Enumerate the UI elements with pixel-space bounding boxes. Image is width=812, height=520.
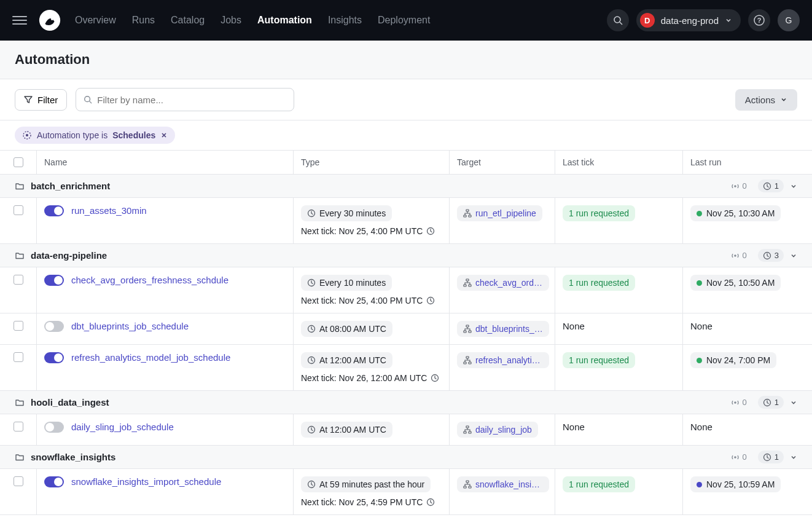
schedule-pill: At 59 minutes past the hour	[301, 476, 431, 492]
target-pill[interactable]: daily_sling_job	[457, 422, 538, 438]
target-pill[interactable]: snowflake_insights	[457, 476, 549, 492]
row-checkbox[interactable]	[14, 321, 23, 331]
actions-button[interactable]: Actions	[735, 89, 797, 111]
automation-name-link[interactable]: snowflake_insights_import_schedule	[71, 476, 221, 487]
svg-rect-25	[466, 325, 469, 327]
search-icon[interactable]	[607, 9, 629, 31]
col-name: Name	[37, 151, 294, 174]
target-link[interactable]: daily_sling_job	[475, 425, 532, 435]
nav-link-runs[interactable]: Runs	[132, 15, 155, 26]
col-last-tick: Last tick	[555, 151, 683, 174]
folder-icon	[15, 398, 25, 408]
group-row[interactable]: data-eng-pipeline 0 3	[0, 244, 812, 267]
avatar[interactable]: G	[778, 9, 800, 31]
chevron-down-icon	[780, 96, 787, 103]
enable-toggle[interactable]	[44, 321, 64, 332]
search-input[interactable]	[97, 95, 286, 105]
svg-point-17	[734, 254, 736, 257]
menu-icon[interactable]	[12, 13, 27, 28]
enable-toggle[interactable]	[44, 205, 64, 216]
group-row[interactable]: snowflake_insights 0 1	[0, 446, 812, 469]
svg-point-39	[734, 456, 736, 459]
col-last-run: Last run	[683, 151, 812, 174]
enable-toggle[interactable]	[44, 352, 64, 363]
target-link[interactable]: snowflake_insights	[475, 479, 543, 489]
target-pill[interactable]: check_avg_orders_	[457, 275, 549, 291]
chevron-down-icon[interactable]	[790, 399, 797, 406]
target-link[interactable]: refresh_analytics_r	[475, 355, 543, 365]
filter-chip-row: Automation type is Schedules	[0, 120, 812, 151]
folder-icon	[15, 452, 25, 462]
last-run-chip[interactable]: Nov 24, 7:00 PM	[690, 352, 776, 368]
automation-name-link[interactable]: daily_sling_job_schedule	[71, 422, 174, 432]
target-link[interactable]: run_etl_pipeline	[475, 208, 536, 218]
target-pill[interactable]: refresh_analytics_r	[457, 352, 549, 368]
target-pill[interactable]: dbt_blueprints_job	[457, 321, 549, 337]
deployment-name: data-eng-prod	[661, 15, 719, 26]
chevron-down-icon	[725, 17, 732, 24]
enable-toggle[interactable]	[44, 476, 64, 487]
svg-rect-21	[466, 279, 469, 281]
nav-link-overview[interactable]: Overview	[75, 15, 116, 26]
schedule-count: 3	[758, 249, 784, 262]
svg-line-3	[620, 22, 622, 25]
target-link[interactable]: dbt_blueprints_job	[475, 324, 543, 334]
row-checkbox[interactable]	[14, 205, 23, 215]
group-row[interactable]: batch_enrichment 0 1	[0, 175, 812, 198]
row-checkbox[interactable]	[14, 275, 23, 285]
last-run-chip[interactable]: Nov 25, 10:30 AM	[690, 205, 781, 221]
status-dot	[697, 280, 702, 286]
filter-button[interactable]: Filter	[15, 89, 67, 111]
help-icon[interactable]: ?	[748, 9, 770, 31]
chevron-down-icon[interactable]	[790, 183, 797, 190]
nav-link-automation[interactable]: Automation	[257, 15, 312, 26]
group-row[interactable]: hooli_data_ingest 0 1	[0, 391, 812, 414]
search-input-wrap[interactable]	[76, 88, 294, 111]
svg-rect-16	[469, 215, 471, 217]
svg-point-9	[26, 134, 28, 136]
target-link[interactable]: check_avg_orders_	[475, 278, 543, 288]
sensor-count: 0	[726, 179, 752, 192]
close-icon[interactable]	[160, 132, 168, 139]
chevron-down-icon[interactable]	[790, 252, 797, 259]
nav-links: OverviewRunsCatalogJobsAutomationInsight…	[75, 15, 430, 26]
table-row: dbt_blueprints_job_schedule At 08:00 AM …	[0, 313, 812, 345]
target-pill[interactable]: run_etl_pipeline	[457, 205, 542, 221]
table-row: snowflake_insights_import_schedule At 59…	[0, 469, 812, 515]
svg-rect-30	[466, 357, 469, 358]
table-row: check_avg_orders_freshness_schdule Every…	[0, 267, 812, 313]
filter-chip[interactable]: Automation type is Schedules	[15, 127, 175, 144]
svg-point-33	[734, 401, 736, 404]
enable-toggle[interactable]	[44, 422, 64, 433]
automation-name-link[interactable]: check_avg_orders_freshness_schdule	[71, 275, 228, 285]
nav-link-jobs[interactable]: Jobs	[221, 15, 241, 26]
last-run-chip[interactable]: Nov 25, 10:50 AM	[690, 275, 781, 291]
next-tick: Next tick: Nov 25, 4:00 PM UTC	[301, 226, 442, 236]
row-checkbox[interactable]	[14, 476, 23, 486]
sensor-count: 0	[726, 451, 752, 463]
chevron-down-icon[interactable]	[790, 454, 797, 461]
row-checkbox[interactable]	[14, 422, 23, 431]
select-all-checkbox[interactable]	[14, 157, 23, 167]
nav-link-deployment[interactable]: Deployment	[378, 15, 430, 26]
table-row: daily_sling_job_schedule At 12:00 AM UTC…	[0, 414, 812, 446]
chip-value: Schedules	[112, 130, 155, 140]
last-run-chip[interactable]: Nov 25, 10:59 AM	[690, 476, 781, 492]
svg-rect-14	[466, 210, 469, 211]
top-nav: OverviewRunsCatalogJobsAutomationInsight…	[0, 0, 812, 41]
enable-toggle[interactable]	[44, 275, 64, 286]
svg-rect-44	[464, 486, 466, 488]
automation-name-link[interactable]: run_assets_30min	[71, 205, 147, 216]
svg-text:?: ?	[757, 17, 762, 24]
nav-link-insights[interactable]: Insights	[328, 15, 362, 26]
sensor-count: 0	[726, 396, 752, 409]
automation-name-link[interactable]: dbt_blueprints_job_schedule	[71, 321, 189, 331]
next-tick: Next tick: Nov 25, 4:00 PM UTC	[301, 296, 442, 305]
group-name: snowflake_insights	[31, 452, 115, 462]
nav-link-catalog[interactable]: Catalog	[171, 15, 205, 26]
deployment-switcher[interactable]: D data-eng-prod	[636, 9, 741, 31]
automation-name-link[interactable]: refresh_analytics_model_job_schedule	[71, 352, 230, 363]
row-checkbox[interactable]	[14, 352, 23, 362]
svg-rect-43	[466, 481, 469, 483]
table-row: refresh_analytics_model_job_schedule At …	[0, 345, 812, 391]
